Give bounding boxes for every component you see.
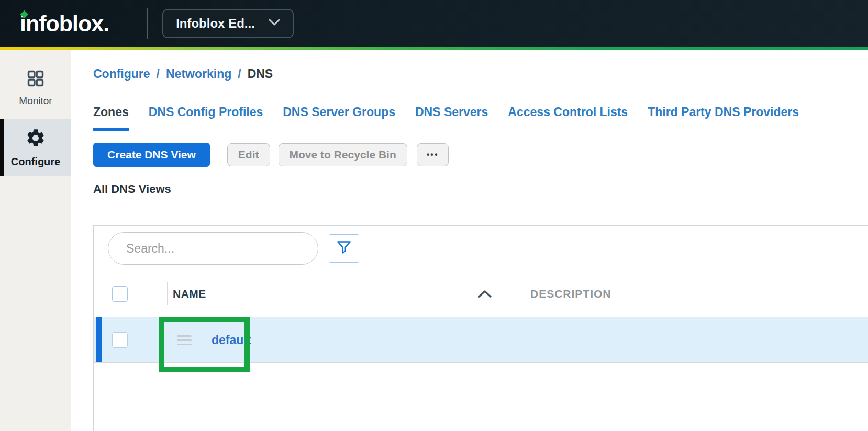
funnel-icon	[337, 241, 351, 256]
table-row-default[interactable]: default	[94, 317, 868, 363]
edition-dropdown[interactable]: Infoblox Ed...	[162, 9, 294, 38]
infoblox-logo-text: infoblox.	[20, 11, 109, 36]
top-header: infoblox. Infoblox Ed...	[0, 0, 868, 47]
tab-dns-config-profiles[interactable]: DNS Config Profiles	[149, 105, 263, 131]
create-dns-view-button[interactable]: Create DNS View	[93, 143, 210, 167]
table-header-row: NAME DESCRIPTION	[94, 270, 868, 317]
tab-third-party-dns-providers[interactable]: Third Party DNS Providers	[648, 105, 799, 131]
sort-ascending-icon[interactable]	[477, 290, 492, 298]
breadcrumb-separator: /	[157, 67, 160, 81]
grid-icon	[26, 69, 45, 90]
row-checkbox[interactable]	[112, 332, 128, 348]
breadcrumb-link-networking[interactable]: Networking	[166, 67, 231, 81]
move-to-recycle-bin-button[interactable]: Move to Recycle Bin	[279, 143, 407, 166]
search-input[interactable]	[108, 232, 318, 265]
breadcrumb: Configure / Networking / DNS	[93, 67, 868, 81]
tab-dns-servers[interactable]: DNS Servers	[415, 105, 488, 131]
column-header-name[interactable]: NAME	[167, 282, 524, 305]
tab-dns-server-groups[interactable]: DNS Server Groups	[283, 105, 395, 131]
header-divider	[147, 8, 148, 39]
table-search-row	[94, 226, 868, 265]
gear-icon	[25, 128, 46, 151]
sidebar-item-label: Configure	[11, 156, 60, 168]
toolbar: Create DNS View Edit Move to Recycle Bin…	[93, 143, 868, 167]
column-header-description[interactable]: DESCRIPTION	[524, 282, 868, 305]
dns-view-name-link[interactable]: default	[212, 333, 251, 347]
dns-views-table-panel: NAME DESCRIPTION	[93, 225, 868, 431]
tab-access-control-lists[interactable]: Access Control Lists	[508, 105, 628, 131]
tab-bar: Zones DNS Config Profiles DNS Server Gro…	[71, 105, 868, 131]
sidebar-item-label: Monitor	[19, 95, 52, 107]
main-content: Configure / Networking / DNS Zones DNS C…	[71, 50, 868, 431]
select-all-checkbox[interactable]	[112, 286, 128, 302]
sidebar: Monitor Configure	[0, 50, 71, 431]
edition-dropdown-label: Infoblox Ed...	[176, 16, 255, 31]
more-actions-button[interactable]: •••	[417, 143, 449, 166]
tab-zones[interactable]: Zones	[93, 105, 129, 131]
app-window: infoblox. Infoblox Ed... Monitor	[0, 0, 868, 431]
edit-button[interactable]: Edit	[227, 143, 270, 166]
infoblox-logo: infoblox.	[20, 13, 109, 35]
filter-button[interactable]	[329, 234, 359, 263]
sidebar-item-monitor[interactable]: Monitor	[0, 50, 71, 119]
chevron-down-icon	[269, 19, 280, 28]
section-title: All DNS Views	[93, 183, 868, 196]
breadcrumb-current-dns: DNS	[248, 67, 273, 81]
row-selected-accent	[96, 317, 102, 362]
sidebar-item-configure[interactable]: Configure	[0, 119, 71, 176]
breadcrumb-separator: /	[238, 67, 241, 81]
breadcrumb-link-configure[interactable]: Configure	[93, 67, 150, 81]
drag-handle-icon[interactable]	[177, 335, 192, 345]
